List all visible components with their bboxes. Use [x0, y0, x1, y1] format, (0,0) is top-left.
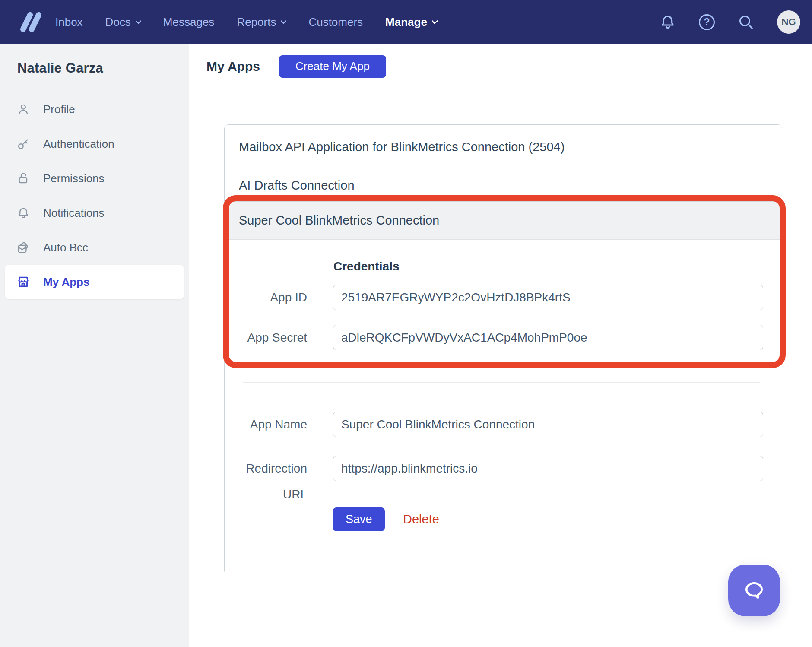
nav-item-messages[interactable]: Messages: [163, 16, 215, 29]
chevron-down-icon: [280, 17, 287, 24]
app-detail-panel: Credentials App ID App Secret App Name R…: [225, 240, 782, 575]
save-button[interactable]: Save: [333, 507, 385, 531]
page-title: My Apps: [206, 59, 260, 74]
user-avatar[interactable]: NG: [777, 10, 800, 34]
search-icon[interactable]: [737, 13, 755, 31]
brand-logo[interactable]: [18, 9, 43, 35]
storefront-icon: [16, 275, 30, 289]
sidebar: Natalie Garza Profile Authentication: [0, 44, 189, 647]
sidebar-item-notifications[interactable]: Notifications: [0, 196, 189, 230]
app-row-mailbox-api[interactable]: Mailbox API Application for BlinkMetrics…: [225, 125, 782, 169]
delete-button[interactable]: Delete: [403, 507, 439, 531]
sidebar-item-profile[interactable]: Profile: [0, 92, 189, 127]
unlock-icon: [16, 171, 30, 185]
bell-icon: [16, 206, 30, 220]
app-secret-input[interactable]: [333, 325, 763, 350]
apps-list-card: Mailbox API Application for BlinkMetrics…: [224, 124, 782, 575]
app-name-label: App Name: [225, 412, 307, 438]
nav-item-docs[interactable]: Docs: [105, 16, 141, 29]
content-header: My Apps Create My App: [189, 44, 812, 89]
nav-item-reports[interactable]: Reports: [237, 16, 286, 29]
sidebar-item-label: Auto Bcc: [43, 241, 88, 254]
nav-utilities: ? NG: [659, 10, 800, 34]
sidebar-item-label: Authentication: [43, 137, 114, 151]
nav-item-inbox[interactable]: Inbox: [55, 16, 83, 29]
nav-item-customers[interactable]: Customers: [308, 16, 363, 29]
redirection-url-input[interactable]: [333, 456, 763, 481]
sidebar-item-label: Permissions: [43, 172, 105, 185]
top-nav: Inbox Docs Messages Reports Customers Ma…: [0, 0, 812, 44]
key-icon: [16, 137, 30, 151]
sidebar-item-permissions[interactable]: Permissions: [0, 161, 189, 196]
redirection-url-label: Redirection URL: [225, 456, 307, 507]
app-row-super-cool-blinkmetrics[interactable]: Super Cool BlinkMetrics Connection: [225, 202, 782, 240]
app-row-ai-drafts[interactable]: AI Drafts Connection: [225, 169, 782, 202]
app-id-input[interactable]: [333, 285, 763, 310]
chevron-down-icon: [431, 17, 438, 24]
chat-bubble-icon: [741, 577, 768, 604]
sidebar-user-name: Natalie Garza: [17, 60, 103, 76]
notifications-bell-icon[interactable]: [659, 13, 676, 31]
person-icon: [16, 102, 30, 116]
credentials-heading: Credentials: [333, 260, 400, 273]
nav-item-manage[interactable]: Manage: [385, 16, 437, 29]
create-my-app-button[interactable]: Create My App: [279, 55, 386, 78]
sidebar-item-auto-bcc[interactable]: Auto Bcc: [0, 230, 189, 265]
primary-nav: Inbox Docs Messages Reports Customers Ma…: [55, 16, 437, 29]
chat-widget-button[interactable]: [728, 565, 780, 616]
sidebar-item-authentication[interactable]: Authentication: [0, 127, 189, 161]
nav-item-docs-label: Docs: [105, 16, 131, 29]
sidebar-item-my-apps[interactable]: My Apps: [5, 265, 184, 299]
main-content: My Apps Create My App Mailbox API Applic…: [189, 44, 812, 647]
sidebar-item-label: Notifications: [43, 206, 105, 220]
nav-item-manage-label: Manage: [385, 16, 427, 29]
app-name-input[interactable]: [333, 412, 763, 437]
sidebar-nav: Profile Authentication Permissions: [0, 92, 189, 299]
app-secret-label: App Secret: [225, 325, 307, 351]
mail-icon: [16, 241, 30, 254]
section-divider: [243, 382, 760, 383]
sidebar-item-label: My Apps: [43, 276, 89, 289]
sidebar-item-label: Profile: [43, 103, 75, 116]
app-id-label: App ID: [225, 285, 307, 311]
help-icon[interactable]: ?: [699, 14, 715, 30]
chevron-down-icon: [135, 17, 142, 24]
nav-item-reports-label: Reports: [237, 16, 276, 29]
